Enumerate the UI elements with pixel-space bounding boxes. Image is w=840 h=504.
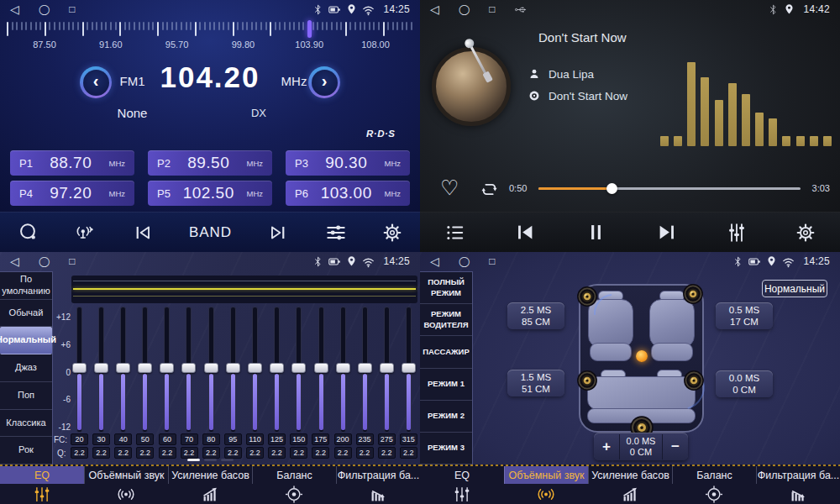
eq-band-slider[interactable] (401, 307, 417, 433)
fc-value[interactable]: 50 (136, 433, 154, 445)
eq-preset-item[interactable]: Поп (0, 382, 52, 410)
fc-value[interactable]: 125 (268, 433, 286, 445)
q-value[interactable]: 2.2 (71, 447, 88, 459)
nav-back-icon[interactable]: ◁ (430, 0, 439, 18)
slider-handle[interactable] (248, 363, 262, 373)
eq-band-slider[interactable] (202, 307, 219, 433)
nav-back-icon[interactable]: ◁ (10, 0, 19, 18)
fc-value[interactable]: 110 (246, 433, 264, 445)
eq-band-slider[interactable] (269, 307, 286, 433)
q-value[interactable]: 2.2 (290, 447, 307, 459)
fc-value[interactable]: 200 (334, 433, 352, 445)
rear-left-delay-button[interactable]: 1.5 MS 51 CM (507, 370, 564, 396)
eq-preset-item[interactable]: По умолчанию (0, 272, 52, 300)
front-left-delay-button[interactable]: 2.5 MS 85 CM (507, 302, 564, 329)
q-value[interactable]: 2.2 (356, 447, 374, 459)
fc-value[interactable]: 60 (159, 433, 176, 445)
eq-band-slider[interactable] (356, 307, 373, 433)
fc-value[interactable]: 80 (202, 433, 220, 445)
front-right-delay-button[interactable]: 0.5 MS 17 CM (716, 302, 773, 329)
slider-handle[interactable] (72, 363, 87, 373)
slider-handle[interactable] (291, 363, 306, 373)
nav-home-icon[interactable]: ◯ (459, 252, 470, 270)
listening-mode-item[interactable]: РЕЖИМ 1 (420, 369, 472, 401)
nav-recents-icon[interactable]: □ (489, 0, 495, 18)
eq-band-slider[interactable] (224, 307, 241, 433)
q-value[interactable]: 2.2 (268, 447, 286, 459)
eq-band-slider[interactable] (379, 307, 396, 433)
tune-down-button[interactable]: ‹ (80, 66, 112, 98)
playlist-button[interactable] (444, 222, 466, 244)
front-right-speaker-icon[interactable] (682, 283, 704, 305)
q-value[interactable]: 2.2 (92, 447, 110, 459)
tab-filter[interactable]: Фильтрация ба... (756, 466, 840, 504)
eq-preset-item[interactable]: Классика (0, 410, 52, 438)
fc-value[interactable]: 30 (92, 433, 110, 445)
nav-home-icon[interactable]: ◯ (39, 252, 50, 270)
radio-preset-button[interactable]: P188.70MHz (10, 150, 134, 176)
radio-preset-button[interactable]: P5102.50MHz (148, 181, 272, 206)
q-value[interactable]: 2.2 (202, 447, 220, 459)
seek-bar[interactable] (538, 187, 801, 190)
nav-back-icon[interactable]: ◁ (430, 252, 439, 270)
slider-handle[interactable] (160, 363, 174, 373)
slider-handle[interactable] (402, 363, 416, 373)
tab-balance[interactable]: Баланс (252, 466, 336, 504)
fc-value[interactable]: 275 (378, 433, 396, 445)
fc-value[interactable]: 315 (400, 433, 417, 445)
tab-eq[interactable]: EQ (420, 466, 504, 504)
settings-button[interactable] (382, 223, 402, 243)
fc-value[interactable]: 150 (290, 433, 307, 445)
tab-bass-boost[interactable]: Усиление басов (168, 466, 252, 504)
band-page-dash[interactable] (204, 459, 217, 461)
q-value[interactable]: 2.2 (136, 447, 154, 459)
nav-recents-icon[interactable]: □ (489, 252, 495, 270)
eq-band-slider[interactable] (312, 307, 329, 433)
q-value[interactable]: 2.2 (312, 447, 329, 459)
favorite-button[interactable]: ♡ (440, 176, 459, 199)
settings-button[interactable] (795, 223, 816, 243)
listening-mode-item[interactable]: РЕЖИМ 3 (420, 433, 472, 465)
fc-value[interactable]: 20 (71, 433, 88, 445)
radio-preset-button[interactable]: P289.50MHz (148, 150, 272, 176)
q-value[interactable]: 2.2 (378, 447, 396, 459)
fc-value[interactable]: 235 (356, 433, 374, 445)
next-track-button[interactable] (655, 221, 678, 244)
eq-band-slider[interactable] (92, 307, 109, 433)
sound-profile-button[interactable]: Нормальный (762, 280, 827, 297)
q-value[interactable]: 2.2 (224, 447, 242, 459)
q-value[interactable]: 2.2 (114, 447, 132, 459)
eq-band-slider[interactable] (159, 307, 176, 433)
slider-handle[interactable] (204, 363, 218, 373)
nav-recents-icon[interactable]: □ (69, 252, 75, 270)
slider-handle[interactable] (314, 363, 328, 373)
fc-value[interactable]: 40 (114, 433, 132, 445)
listening-mode-item[interactable]: ПОЛНЫЙ РЕЖИМ (420, 272, 472, 304)
tab-balance[interactable]: Баланс (672, 466, 756, 504)
radio-preset-button[interactable]: P390.30MHz (286, 150, 410, 176)
listening-position-dot[interactable] (636, 350, 648, 362)
eq-preset-item[interactable]: Рок (0, 437, 52, 465)
tab-surround[interactable]: Объёмный звук (504, 466, 588, 504)
broadcast-button[interactable] (74, 222, 96, 244)
delay-decrease-button[interactable]: − (663, 438, 688, 455)
pause-button[interactable] (585, 221, 607, 244)
front-left-speaker-icon[interactable] (576, 286, 598, 307)
q-value[interactable]: 2.2 (400, 447, 417, 459)
nav-recents-icon[interactable]: □ (69, 0, 75, 18)
q-value[interactable]: 2.2 (334, 447, 352, 459)
nav-home-icon[interactable]: ◯ (39, 0, 50, 18)
rear-right-delay-button[interactable]: 0.0 MS 0 CM (716, 370, 773, 397)
slider-handle[interactable] (181, 363, 196, 373)
eq-band-slider[interactable] (71, 307, 87, 433)
slider-handle[interactable] (94, 363, 108, 373)
fc-value[interactable]: 70 (181, 433, 198, 445)
equalizer-button[interactable] (726, 222, 748, 244)
band-page-dash[interactable] (187, 459, 200, 461)
slider-handle[interactable] (358, 363, 372, 373)
slider-handle[interactable] (336, 363, 350, 373)
rear-right-speaker-icon[interactable] (683, 370, 705, 391)
slider-handle[interactable] (116, 363, 130, 373)
slider-handle[interactable] (226, 363, 240, 373)
nav-home-icon[interactable]: ◯ (459, 0, 470, 18)
